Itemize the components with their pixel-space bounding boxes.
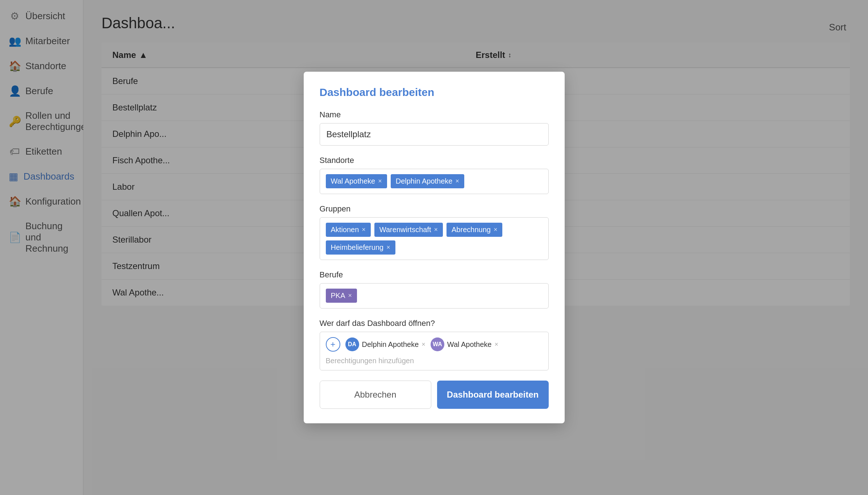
submit-button[interactable]: Dashboard bearbeiten — [437, 381, 549, 409]
name-label: Name — [320, 110, 549, 119]
berufe-tag-pka[interactable]: PKA × — [326, 289, 357, 303]
permission-tag-wa: WA Wal Apotheke × — [431, 337, 498, 351]
berufe-form-group: Berufe PKA × — [320, 270, 549, 309]
modal-title: Dashboard bearbeiten — [320, 86, 549, 98]
gruppen-tag-abrechnung-close[interactable]: × — [494, 226, 498, 234]
add-permission-button[interactable]: + — [326, 337, 340, 352]
gruppen-tag-aktionen[interactable]: Aktionen × — [326, 223, 371, 237]
gruppen-tag-abrechnung[interactable]: Abrechnung × — [447, 223, 502, 237]
gruppen-tag-heimbelieferung-close[interactable]: × — [386, 244, 390, 251]
permissions-placeholder: Berechtigungen hinzufügen — [326, 357, 414, 365]
standorte-tag-delphin[interactable]: Delphin Apotheke × — [391, 174, 464, 188]
avatar-da: DA — [345, 337, 359, 351]
cancel-button[interactable]: Abbrechen — [320, 381, 431, 409]
name-input[interactable] — [320, 123, 549, 146]
standorte-tag-wal-close[interactable]: × — [378, 177, 382, 185]
permissions-row: + DA Delphin Apotheke × WA Wal Apotheke … — [326, 337, 543, 365]
permissions-input[interactable]: + DA Delphin Apotheke × WA Wal Apotheke … — [320, 332, 549, 370]
gruppen-tag-warenwirtschaft-close[interactable]: × — [434, 226, 438, 234]
gruppen-tag-aktionen-close[interactable]: × — [362, 226, 366, 234]
modal-dialog: Dashboard bearbeiten Name Standorte Wal … — [304, 72, 565, 423]
gruppen-label: Gruppen — [320, 204, 549, 214]
name-form-group: Name — [320, 110, 549, 146]
permissions-form-group: Wer darf das Dashboard öffnen? + DA Delp… — [320, 319, 549, 370]
berufe-label: Berufe — [320, 270, 549, 280]
modal-overlay[interactable]: Dashboard bearbeiten Name Standorte Wal … — [0, 0, 868, 495]
modal-button-row: Abbrechen Dashboard bearbeiten — [320, 381, 549, 409]
gruppen-tag-warenwirtschaft[interactable]: Warenwirtschaft × — [374, 223, 443, 237]
gruppen-form-group: Gruppen Aktionen × Warenwirtschaft × Abr… — [320, 204, 549, 260]
permission-tag-da: DA Delphin Apotheke × — [345, 337, 425, 351]
avatar-wa: WA — [431, 337, 444, 351]
berufe-tags-input[interactable]: PKA × — [320, 283, 549, 309]
permission-wa-close[interactable]: × — [494, 341, 498, 348]
standorte-tag-wal[interactable]: Wal Apotheke × — [326, 174, 387, 188]
standorte-tag-delphin-close[interactable]: × — [455, 177, 459, 185]
permissions-label: Wer darf das Dashboard öffnen? — [320, 319, 549, 328]
berufe-tag-pka-close[interactable]: × — [348, 292, 352, 299]
gruppen-tag-heimbelieferung[interactable]: Heimbelieferung × — [326, 240, 395, 255]
standorte-tags-input[interactable]: Wal Apotheke × Delphin Apotheke × — [320, 169, 549, 194]
standorte-label: Standorte — [320, 156, 549, 165]
permission-da-close[interactable]: × — [421, 341, 425, 348]
standorte-form-group: Standorte Wal Apotheke × Delphin Apothek… — [320, 156, 549, 194]
gruppen-tags-input[interactable]: Aktionen × Warenwirtschaft × Abrechnung … — [320, 217, 549, 260]
